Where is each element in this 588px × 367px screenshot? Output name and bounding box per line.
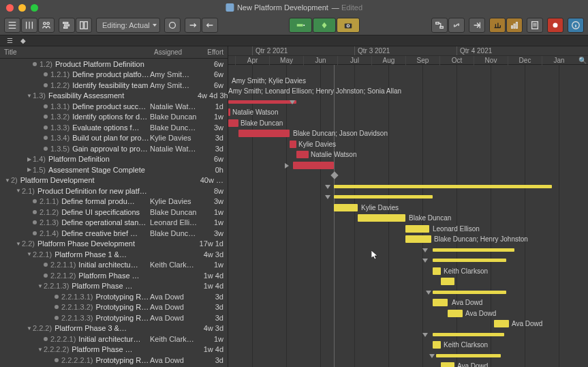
column-effort[interactable]: Effort xyxy=(198,48,228,56)
task-row[interactable]: 2.2.1.1)Initial architectu…Keith Clarkso… xyxy=(0,260,228,271)
task-row[interactable]: 1.3.4)Build out plan for produ…Kylie Dav… xyxy=(0,133,228,144)
gantt-bar[interactable] xyxy=(358,214,405,222)
add-milestone-button[interactable] xyxy=(313,18,336,33)
gantt-bar[interactable] xyxy=(290,141,296,148)
disclosure-triangle[interactable] xyxy=(26,166,33,173)
gantt-bar[interactable] xyxy=(334,185,552,188)
gantt-bar[interactable] xyxy=(293,162,334,169)
hierarchy-icon[interactable]: ☰ xyxy=(5,37,14,45)
link-button[interactable] xyxy=(448,18,465,33)
reports-button[interactable] xyxy=(527,18,543,33)
disclosure-triangle[interactable] xyxy=(4,177,11,184)
tag-icon[interactable]: ◆ xyxy=(19,37,27,45)
gantt-bar[interactable] xyxy=(334,204,358,211)
disclosure-triangle[interactable] xyxy=(37,283,44,289)
gantt-bar[interactable] xyxy=(433,259,506,262)
snapshot-button[interactable] xyxy=(337,18,360,33)
task-row[interactable]: 1.3.3)Evaluate options f…Blake Dunca…3w xyxy=(0,122,228,133)
group-expand-icon[interactable] xyxy=(422,333,428,337)
task-row[interactable]: 2.2.2.1)Initial architectur…Keith Clarks… xyxy=(0,334,228,344)
gantt-bar[interactable] xyxy=(433,299,448,306)
task-row[interactable]: 2.1.3)Define operational standar…Leonard… xyxy=(0,218,228,229)
gantt-bar[interactable] xyxy=(238,130,290,137)
gantt-bar[interactable] xyxy=(405,225,429,233)
gantt-bar[interactable] xyxy=(433,291,506,294)
task-list[interactable]: 1.2)Product Platform Definition6w1.2.1)D… xyxy=(0,59,228,367)
task-row[interactable]: 2.1)Product Definition for new platform8… xyxy=(0,186,228,196)
task-row[interactable]: 1.3.1)Define product succe…Natalie Watso… xyxy=(0,101,228,112)
task-row[interactable]: 2.1.1)Define formal produ…Kylie Davies3w xyxy=(0,196,228,207)
zoom-icon[interactable]: 🔍 xyxy=(578,57,587,64)
milestone-icon[interactable] xyxy=(330,171,338,179)
close-window-button[interactable] xyxy=(6,4,14,12)
task-row[interactable]: 2.1.4)Define creative brief …Blake Dunca… xyxy=(0,228,228,239)
disclosure-triangle[interactable] xyxy=(15,188,22,194)
gantt-bar[interactable] xyxy=(441,362,454,367)
gantt-bar[interactable] xyxy=(228,100,296,104)
group-expand-icon[interactable] xyxy=(422,259,428,263)
disclosure-triangle[interactable] xyxy=(26,93,33,99)
task-row[interactable]: 1.3)Feasibility Assessment4w 4d 3h xyxy=(0,91,228,102)
layout-button[interactable] xyxy=(76,18,92,33)
column-assigned[interactable]: Assigned xyxy=(150,48,198,56)
gantt-bar[interactable] xyxy=(433,267,441,275)
gantt-bar[interactable] xyxy=(448,310,463,317)
filter-button[interactable] xyxy=(164,18,181,33)
group-expand-icon[interactable] xyxy=(422,248,428,252)
gantt-panel[interactable]: Qtr 2 2021Qtr 3 2021Qtr 4 2021 🔍AprMayJu… xyxy=(228,46,588,367)
task-row[interactable]: 2)Platform Development40w … xyxy=(0,175,228,186)
view-outline-button[interactable] xyxy=(4,18,20,33)
column-title[interactable]: Title xyxy=(0,48,150,56)
gantt-bar[interactable] xyxy=(441,278,454,285)
group-expand-icon[interactable] xyxy=(325,185,330,189)
view-gantt-button[interactable] xyxy=(59,18,75,33)
task-row[interactable]: 2.2.2.2)Platform Phase …1w 4d xyxy=(0,344,228,355)
view-resource-button[interactable] xyxy=(38,18,55,33)
editing-mode-select[interactable]: Editing: Actual xyxy=(96,18,160,33)
group-expand-icon[interactable] xyxy=(325,195,330,199)
task-row[interactable]: 2.2.1.2)Platform Phase …1w 4d xyxy=(0,270,228,281)
task-row[interactable]: 1.3.5)Gain approval to proceed …Natalie … xyxy=(0,143,228,154)
disclosure-triangle[interactable] xyxy=(26,156,33,162)
task-row[interactable]: 2.2.1.3.3)Prototyping Round 3Ava Dowd3d xyxy=(0,312,228,323)
task-row[interactable]: 1.3.2)Identify options for developi…Blak… xyxy=(0,112,228,123)
gantt-bar[interactable] xyxy=(228,119,238,127)
info-button[interactable] xyxy=(568,18,584,33)
baseline-button[interactable] xyxy=(489,18,506,33)
group-expand-icon[interactable] xyxy=(429,354,435,358)
task-row[interactable]: 1.5)Assessment Stage Complete0h xyxy=(0,164,228,175)
task-row[interactable]: 2.2.1.3.2)Prototyping Round 2Ava Dowd3d xyxy=(0,302,228,313)
gantt-bar[interactable] xyxy=(334,195,433,199)
minimize-window-button[interactable] xyxy=(18,4,26,12)
task-row[interactable]: 1.4)Platform Definition6w xyxy=(0,154,228,165)
view-columns-button[interactable] xyxy=(21,18,37,33)
disclosure-triangle[interactable] xyxy=(26,325,33,332)
disclosure-triangle[interactable] xyxy=(37,347,44,353)
task-row[interactable]: 2.2)Platform Phase Development17w 1d xyxy=(0,239,228,250)
gantt-chart[interactable]: Amy Smith; Kylie DaviesAmy Smith; Leonar… xyxy=(228,65,588,367)
task-row[interactable]: 2.2.2.2.1)Prototyping Round 1Ava Dowd3d xyxy=(0,355,228,366)
gantt-bar[interactable] xyxy=(494,320,509,327)
task-row[interactable]: 1.2.2)Identify feasibility teamAmy Smit…… xyxy=(0,80,228,91)
group-expand-icon[interactable] xyxy=(290,100,295,104)
sync-button[interactable] xyxy=(469,18,485,33)
task-row[interactable]: 2.2.2)Platform Phase 3 &…4w 3d xyxy=(0,323,228,334)
gantt-bar[interactable] xyxy=(228,108,230,116)
group-collapsed-icon[interactable] xyxy=(285,163,289,168)
task-row[interactable]: 2.2.1.3.1)Prototyping Round 1Ava Dowd3d xyxy=(0,291,228,302)
add-task-button[interactable] xyxy=(289,18,312,33)
gantt-bar[interactable] xyxy=(405,235,431,243)
reschedule-button[interactable] xyxy=(202,18,218,33)
disclosure-triangle[interactable] xyxy=(15,241,22,247)
task-row[interactable]: 2.2.1.3)Platform Phase …1w 4d xyxy=(0,281,228,292)
critical-path-button[interactable] xyxy=(431,18,448,33)
group-expand-icon[interactable] xyxy=(426,291,431,295)
zoom-window-button[interactable] xyxy=(31,4,38,12)
gantt-bar[interactable] xyxy=(436,354,501,357)
record-button[interactable] xyxy=(547,18,563,33)
gantt-bar[interactable] xyxy=(433,248,514,252)
catch-up-button[interactable] xyxy=(185,18,201,33)
simulation-button[interactable] xyxy=(506,18,523,33)
task-row[interactable]: 1.2)Product Platform Definition6w xyxy=(0,59,228,70)
task-row[interactable]: 2.2.1)Platform Phase 1 &…4w 3d xyxy=(0,249,228,260)
